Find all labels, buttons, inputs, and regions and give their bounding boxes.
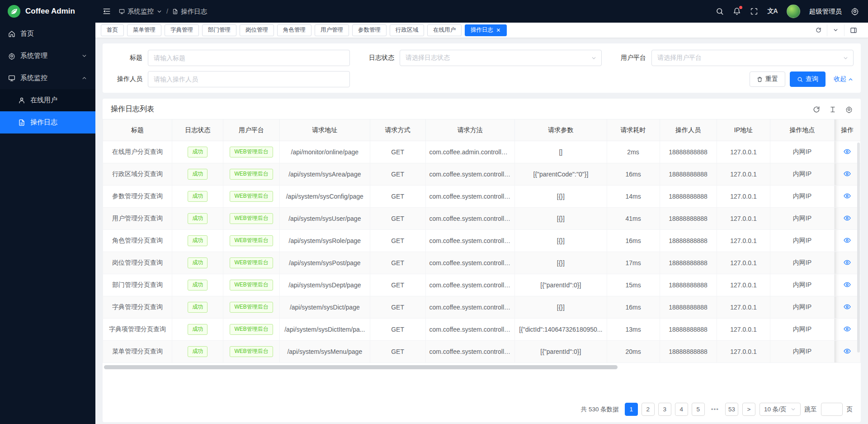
settings-gear-icon[interactable]: [851, 7, 859, 15]
page-button[interactable]: 1: [625, 403, 638, 416]
tab-close-icon[interactable]: [496, 28, 501, 33]
cell-ip-address: 127.0.0.1: [717, 208, 770, 230]
log-status-placeholder: 请选择日志状态: [406, 54, 591, 62]
column-header: 请求参数: [515, 119, 607, 141]
jump-page-input[interactable]: [821, 403, 843, 416]
tab-item[interactable]: 参数管理: [352, 24, 387, 36]
cell-location: 内网IP: [770, 319, 834, 341]
sidebar-item-system-management[interactable]: 系统管理: [0, 45, 95, 67]
app-logo-icon: [7, 5, 21, 18]
refresh-table-icon[interactable]: [813, 106, 820, 113]
view-button[interactable]: [844, 325, 851, 333]
tab-item[interactable]: 部门管理: [202, 24, 236, 36]
refresh-tab-icon[interactable]: [810, 24, 827, 36]
page-button[interactable]: 5: [692, 403, 705, 416]
notification-bell-icon[interactable]: [733, 7, 741, 15]
cell-request-params: [{}]: [515, 252, 607, 274]
tab-actions-chevron-icon[interactable]: [827, 24, 844, 36]
cell-operator: 18888888888: [660, 230, 717, 252]
next-page-button[interactable]: >: [742, 403, 755, 416]
tab-item[interactable]: 用户管理: [315, 24, 349, 36]
search-button[interactable]: 查询: [790, 71, 826, 87]
cell-title: 字典项管理分页查询: [103, 319, 172, 341]
view-button[interactable]: [844, 303, 851, 310]
user-icon: [18, 97, 25, 104]
cell-request-url: /api/system/sysDept/page: [280, 274, 370, 296]
log-status-label: 日志状态: [362, 54, 400, 62]
tab-label: 菜单管理: [133, 26, 156, 34]
column-header: 用户平台: [223, 119, 280, 141]
cell-request-duration: 2ms: [607, 141, 660, 163]
jump-suffix-label: 页: [847, 405, 853, 414]
view-button[interactable]: [844, 281, 851, 288]
horizontal-scrollbar-thumb[interactable]: [104, 365, 618, 369]
collapse-link[interactable]: 收起: [834, 75, 854, 83]
sidebar-item-system-monitor[interactable]: 系统监控: [0, 67, 95, 89]
search-icon[interactable]: [716, 7, 724, 15]
page-button[interactable]: 53: [725, 403, 738, 416]
vertical-scrollbar[interactable]: [857, 143, 860, 361]
cell-request-handler: com.coffee.system.controlle...: [425, 208, 515, 230]
view-button[interactable]: [844, 348, 851, 355]
platform-badge: WEB管理后台: [230, 191, 273, 202]
platform-badge: WEB管理后台: [230, 147, 273, 157]
cell-ip-address: 127.0.0.1: [717, 230, 770, 252]
breadcrumb-system-monitor[interactable]: 系统监控: [119, 7, 162, 16]
status-badge: 成功: [188, 324, 208, 335]
tab-item[interactable]: 角色管理: [277, 24, 311, 36]
cell-actions: [834, 208, 860, 230]
table-row: 字典管理分页查询成功WEB管理后台/api/system/sysDict/pag…: [103, 296, 861, 319]
sidebar-item-operation-log[interactable]: 操作日志: [0, 111, 95, 133]
column-header: 标题: [103, 119, 172, 141]
cell-request-method: GET: [370, 141, 425, 163]
tab-label: 参数管理: [358, 26, 381, 34]
sidebar-item-online-users[interactable]: 在线用户: [0, 89, 95, 111]
cell-ip-address: 127.0.0.1: [717, 296, 770, 319]
operator-label: 操作人员: [110, 75, 148, 83]
reset-button[interactable]: 重置: [750, 71, 785, 87]
menu-fold-icon[interactable]: [103, 7, 111, 15]
column-settings-icon[interactable]: [845, 106, 853, 113]
fullscreen-icon[interactable]: [750, 7, 758, 15]
page-size-select[interactable]: 10 条/页: [760, 403, 801, 416]
tab-item[interactable]: 操作日志: [465, 24, 507, 36]
view-button[interactable]: [844, 259, 851, 266]
page-button[interactable]: 2: [642, 403, 655, 416]
user-platform-select[interactable]: 请选择用户平台: [651, 50, 854, 66]
sidebar-menu: 首页 系统管理 系统监控 在线用户 操作日志: [0, 23, 95, 133]
view-button[interactable]: [844, 237, 851, 244]
view-button[interactable]: [844, 214, 851, 222]
view-button[interactable]: [844, 192, 851, 200]
tab-item[interactable]: 菜单管理: [127, 24, 161, 36]
layout-panel-icon[interactable]: [844, 24, 863, 36]
view-button[interactable]: [844, 170, 851, 177]
horizontal-scrollbar[interactable]: [104, 365, 859, 369]
cell-request-duration: 41ms: [607, 208, 660, 230]
density-icon[interactable]: [829, 106, 836, 113]
view-button[interactable]: [844, 148, 851, 155]
jump-prefix-label: 跳至: [805, 405, 817, 414]
avatar[interactable]: [787, 5, 800, 18]
page-button[interactable]: 3: [658, 403, 671, 416]
sidebar-item-home[interactable]: 首页: [0, 23, 95, 45]
user-name[interactable]: 超级管理员: [809, 7, 842, 16]
tab-item[interactable]: 字典管理: [165, 24, 199, 36]
platform-badge: WEB管理后台: [230, 235, 273, 246]
translate-icon[interactable]: 文A: [767, 7, 777, 15]
gear-icon: [8, 52, 15, 60]
tab-item[interactable]: 首页: [101, 24, 124, 36]
table-header-row: 标题日志状态用户平台请求地址请求方式请求方法请求参数请求耗时操作人员IP地址操作…: [103, 119, 861, 141]
page-button[interactable]: 4: [675, 403, 688, 416]
tab-item[interactable]: 岗位管理: [240, 24, 274, 36]
cell-request-url: /api/system/sysRole/page: [280, 230, 370, 252]
tab-item[interactable]: 在线用户: [427, 24, 462, 36]
tab-label: 角色管理: [283, 26, 306, 34]
log-status-select[interactable]: 请选择日志状态: [400, 50, 602, 66]
table-tools: [813, 106, 853, 113]
tab-item[interactable]: 行政区域: [390, 24, 424, 36]
title-input[interactable]: [148, 50, 350, 66]
platform-badge: WEB管理后台: [230, 346, 273, 357]
operator-input[interactable]: [148, 71, 350, 87]
cell-actions: [834, 319, 860, 341]
cell-operator: 18888888888: [660, 186, 717, 208]
